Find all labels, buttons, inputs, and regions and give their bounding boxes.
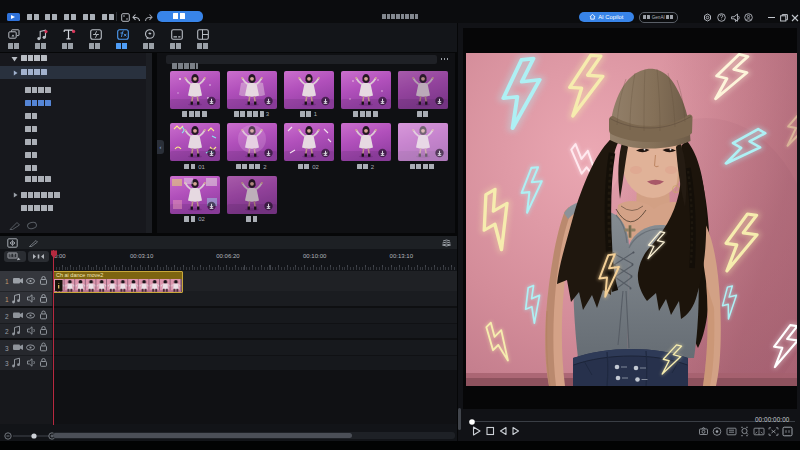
- svg-text:3: 3: [5, 360, 9, 367]
- svg-text:2: 2: [5, 313, 9, 320]
- svg-text:1: 1: [5, 296, 9, 303]
- svg-text:1: 1: [5, 278, 9, 285]
- svg-text:2: 2: [5, 328, 9, 335]
- svg-text:3: 3: [5, 345, 9, 352]
